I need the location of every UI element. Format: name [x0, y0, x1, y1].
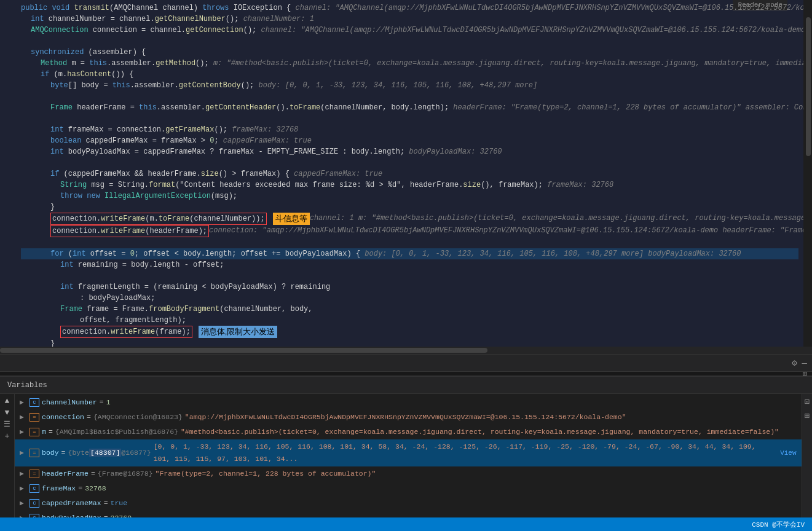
code-token: getFrameMax [165, 125, 214, 134]
expand-icon[interactable]: ▶ [20, 411, 30, 423]
code-token: int [50, 125, 64, 134]
code-token: getContentHeader [205, 103, 276, 112]
variable-item[interactable]: ▶=body = {byte[48307]@16877} [0, 0, 1, -… [15, 439, 802, 466]
code-token: int [50, 148, 64, 156]
code-token: channelNumber: 1 [238, 15, 313, 23]
code-token: AMQConnection [31, 26, 89, 34]
code-line [21, 237, 798, 248]
variable-item[interactable]: ▶cbodyPayloadMax = 32760 [15, 511, 802, 517]
code-line: for (int offset = 0; offset < body.lengt… [21, 248, 798, 259]
horizontal-scrollbar-thumb[interactable] [0, 348, 487, 353]
code-token: (), frameMax); [481, 181, 543, 189]
variable-item[interactable]: ▶cframeMax = 32768 [15, 481, 802, 496]
var-name: headerFrame [42, 468, 89, 480]
var-value: true [111, 497, 128, 509]
code-token: (). [276, 103, 290, 112]
code-token: cappedFrameMax = frameMax > [81, 136, 210, 145]
panel-icon-2[interactable]: ⊞ [805, 411, 810, 421]
vertical-scrollbar-thumb[interactable] [806, 17, 811, 156]
code-line: connection.writeFrame(headerFrame); conn… [21, 225, 798, 237]
variable-item[interactable]: ▶ccappedFrameMax = true [15, 496, 802, 511]
code-token: body: [0, 0, 1, -33, 123, 34, 116, 105, … [360, 250, 741, 258]
var-type-icon: = [30, 470, 39, 478]
code-token: String [60, 181, 87, 189]
code-token: (channelNumber, body.length); [320, 103, 449, 112]
code-token: transmit [74, 4, 109, 12]
red-box-highlight: connection.writeFrame(frame); [60, 326, 192, 338]
code-token: (); [195, 59, 209, 68]
expand-icon[interactable]: ▶ [20, 426, 30, 438]
code-line [21, 113, 798, 124]
var-equals: = [61, 447, 66, 459]
right-scrollbar[interactable] [803, 0, 812, 347]
code-token: this [89, 59, 107, 68]
var-name: bodyPayloadMax [42, 512, 101, 517]
panel-icon-1[interactable]: ⊡ [805, 396, 810, 407]
code-token: connection. [52, 214, 101, 223]
editor-scrollbar[interactable] [0, 347, 812, 354]
code-token: writeFrame [101, 227, 145, 235]
code-token: (m. [145, 214, 159, 223]
var-name: cappedFrameMax [42, 497, 101, 509]
code-line: throw new IllegalArgumentException(msg); [21, 191, 798, 202]
code-token: void [52, 4, 69, 12]
var-down-btn[interactable]: ▼ [5, 408, 10, 417]
code-line: int bodyPayloadMax = cappedFrameMax ? fr… [21, 146, 798, 157]
code-token: writeFrame [111, 328, 155, 336]
code-line: byte[] body = this.assembler.getContentB… [21, 80, 798, 91]
var-equals: = [104, 497, 108, 509]
var-view-link[interactable]: View [780, 447, 796, 459]
code-line: AMQConnection connection = channel.getCo… [21, 25, 798, 36]
var-name: body [42, 447, 59, 459]
debug-value: connection: "amqp://MjphbXFwLWNuLTdwcDI4… [209, 225, 803, 236]
code-line: : bodyPayloadMax; [21, 293, 798, 304]
expand-icon[interactable]: ▶ [20, 468, 30, 480]
expand-icon[interactable]: ▶ [20, 396, 30, 409]
var-ref-highlight: [48307] [89, 449, 121, 457]
code-token: ()) { [111, 70, 133, 79]
code-token: int [60, 283, 74, 291]
code-line: String msg = String.format("Content head… [21, 179, 798, 191]
code-token: cappedFrameMax: true [290, 170, 382, 178]
code-token: channel: "AMQChannel(amqp://MjphbXFwLWNu… [291, 4, 803, 12]
code-token: (cappedFrameMax && headerFrame. [59, 170, 200, 178]
var-name: m [42, 426, 46, 438]
editor-area: Reader mode public void transmit(AMQChan… [0, 0, 812, 371]
expand-icon[interactable]: ▶ [20, 482, 30, 495]
code-token: (msg); [211, 192, 237, 200]
code-token: } [50, 339, 55, 347]
code-token: body: [0, 0, 1, -33, 123, 34, 116, 105, … [254, 81, 537, 90]
variable-item[interactable]: ▶=connection = {AMQConnection@16823} "am… [15, 410, 802, 425]
chinese-annotation: 斗信息等 [273, 213, 310, 225]
code-token: remaining = body.length - offset; [74, 261, 224, 269]
code-token: new [87, 192, 100, 200]
code-token: .assembler. [157, 103, 205, 112]
code-line [21, 157, 798, 168]
var-equals: = [78, 482, 82, 495]
expand-icon[interactable]: ▶ [20, 447, 30, 459]
code-line: Frame frame = Frame.fromBodyFragment(cha… [21, 304, 798, 315]
var-add-btn[interactable]: + [4, 431, 9, 441]
expand-icon[interactable]: ▶ [20, 512, 30, 517]
code-line: connection.writeFrame(frame);消息体,限制大小发送 [21, 326, 798, 338]
var-type-icon: = [30, 413, 39, 422]
var-up-btn[interactable]: ▲ [5, 396, 10, 406]
settings-icon[interactable]: ⚙ [792, 358, 797, 368]
code-token: ("Content headers exceeded max frame siz… [175, 181, 463, 189]
expand-icon[interactable]: ▶ [20, 497, 30, 509]
variables-header: Variables [0, 377, 812, 394]
var-ref: {Frame@16878} [98, 468, 153, 480]
var-filter-btn[interactable]: ☰ [4, 420, 10, 429]
code-token: (); [214, 125, 227, 134]
minus-icon[interactable]: — [802, 358, 807, 368]
var-equals: = [100, 396, 104, 409]
variable-item[interactable]: ▶cchannelNumber = 1 [15, 395, 802, 410]
code-token: frame = Frame. [82, 305, 149, 313]
code-token: connection = channel. [89, 26, 186, 34]
status-text: CSDN @不学会IV [752, 520, 805, 529]
variable-item[interactable]: ▶=headerFrame = {Frame@16878} "Frame(typ… [15, 466, 802, 481]
code-token: (AMQChannel channel) [109, 4, 202, 12]
var-name: connection [42, 411, 84, 423]
variable-item[interactable]: ▶=m = {AMQImpl$Basic$Publish@16876} "#me… [15, 425, 802, 439]
code-token: (channelNumber)); [189, 214, 264, 223]
